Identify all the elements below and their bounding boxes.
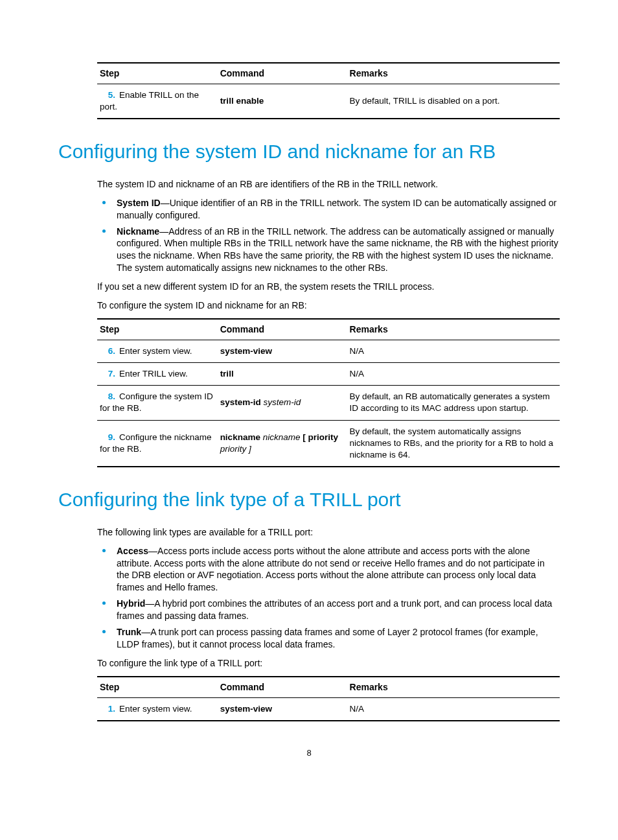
cmd-italic2: priority ] [220,444,251,454]
remarks-text: N/A [347,362,560,385]
th-command: Command [218,319,347,340]
list-item: Hybrid—A hybrid port combines the attrib… [97,598,560,622]
term: Access [117,546,148,556]
list-item: Trunk—A trunk port can process passing d… [97,626,560,651]
step-number: 7. [100,368,119,380]
cmd-bold: trill enable [220,96,264,106]
table1-wrap: Step Command Remarks 5.Enable TRILL on t… [97,62,560,119]
term: Hybrid [117,598,145,609]
term-text: —Access ports include access ports witho… [117,546,545,593]
term-text: —A trunk port can process passing data f… [117,627,538,649]
heading-system-id: Configuring the system ID and nickname f… [58,139,560,165]
remarks-text: N/A [347,697,560,721]
para: If you set a new different system ID for… [97,281,560,293]
step-text: Enter system view. [119,346,192,356]
cmd-bold: system-view [220,346,272,356]
table2: Step Command Remarks 6.Enter system view… [97,318,560,467]
table-row: 5.Enable TRILL on the port. trill enable… [97,84,560,119]
table1: Step Command Remarks 5.Enable TRILL on t… [97,62,560,119]
section1-body: The system ID and nickname of an RB are … [97,178,560,467]
table-row: 7.Enter TRILL view. trill N/A [97,362,560,385]
term: Trunk [117,627,141,637]
section2-body: The following link types are available f… [97,526,560,721]
term-text: —Address of an RB in the TRILL network. … [117,226,558,274]
th-command: Command [218,677,347,697]
list-item: Access—Access ports include access ports… [97,545,560,594]
term-text: —A hybrid port combines the attributes o… [117,598,552,621]
th-remarks: Remarks [347,63,560,84]
term: Nickname [117,226,159,237]
table-row: 8.Configure the system ID for the RB. sy… [97,386,560,420]
intro-para: The following link types are available f… [97,526,560,539]
remarks-text: By default, an RB automatically generate… [347,386,560,420]
th-step: Step [97,319,218,340]
th-remarks: Remarks [347,319,560,340]
step-number: 6. [100,345,119,357]
term: System ID [117,198,161,208]
list-item: System ID—Unique identifier of an RB in … [97,197,560,222]
para: To configure the link type of a TRILL po… [97,657,560,670]
bullet-list-2: Access—Access ports include access ports… [97,545,560,651]
step-number: 8. [100,391,119,402]
heading-link-type: Configuring the link type of a TRILL por… [58,487,560,513]
remarks-text: By default, TRILL is disabled on a port. [347,84,560,119]
cmd-bold: system-id [220,397,261,407]
para: To configure the system ID and nickname … [97,299,560,312]
intro-para: The system ID and nickname of an RB are … [97,178,560,191]
term-text: —Unique identifier of an RB in the TRILL… [117,198,556,220]
th-command: Command [218,63,347,84]
step-number: 5. [100,89,119,101]
step-text: Enter TRILL view. [119,369,188,379]
th-step: Step [97,677,218,697]
table3: Step Command Remarks 1.Enter system view… [97,676,560,721]
page-number: 8 [58,747,560,759]
cmd-bold2: [ priority [303,432,338,442]
table-row: 6.Enter system view. system-view N/A [97,340,560,362]
step-text: Enter system view. [119,704,192,714]
cmd-bold: nickname [220,432,260,442]
cmd-bold: system-view [220,704,272,714]
th-step: Step [97,63,218,84]
remarks-text: N/A [347,340,560,362]
bullet-list-1: System ID—Unique identifier of an RB in … [97,197,560,274]
table-row: 1.Enter system view. system-view N/A [97,697,560,721]
th-remarks: Remarks [347,677,560,697]
remarks-text: By default, the system automatically ass… [347,420,560,467]
cmd-italic: system-id [261,397,301,407]
cmd-italic: nickname [260,432,303,442]
list-item: Nickname—Address of an RB in the TRILL n… [97,226,560,275]
cmd-bold: trill [220,369,234,379]
step-number: 1. [100,703,119,715]
table-row: 9.Configure the nickname for the RB. nic… [97,420,560,467]
step-number: 9. [100,432,119,443]
